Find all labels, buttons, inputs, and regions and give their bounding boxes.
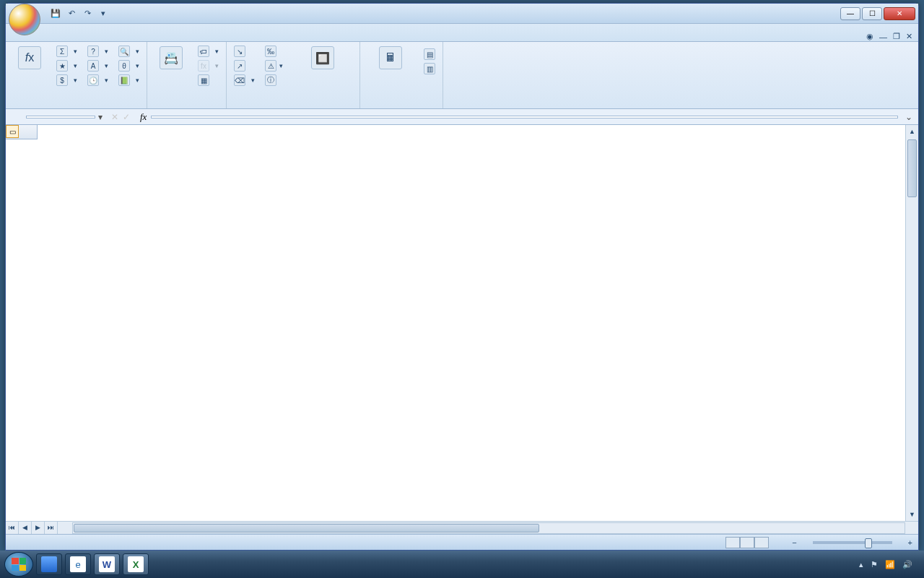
status-bar: − + [6, 534, 918, 550]
recent-button[interactable]: ★ [53, 59, 80, 72]
mdi-restore-icon[interactable]: ❐ [893, 32, 900, 41]
fx-small-icon: fx [198, 60, 209, 72]
formula-bar: ▾ ✕ ✓ fx ⌄ [6, 109, 918, 125]
fbar-expand-icon[interactable]: ⌄ [904, 112, 914, 122]
help-icon[interactable]: ◉ [866, 32, 873, 41]
namebox-dropdown-icon[interactable]: ▾ [95, 112, 105, 122]
eraser-icon: ⌫ [234, 74, 245, 86]
minimize-button[interactable]: — [840, 7, 860, 20]
task-libraries[interactable] [36, 553, 62, 575]
zoom-slider[interactable] [813, 541, 892, 544]
sigma-icon: Σ [56, 46, 68, 57]
horizontal-scrollbar[interactable] [72, 522, 905, 534]
name-manager-button[interactable]: 📇 [152, 43, 191, 71]
office-button[interactable] [9, 4, 40, 35]
ribbon-tabs: ◉ — ❐ ✕ [6, 24, 918, 41]
group-label [231, 105, 355, 108]
date-button[interactable]: 🕒 [84, 74, 111, 87]
ribbon: fx Σ ★ $ ? A 🕒 🔍 θ 📗 [6, 41, 918, 109]
more-fn-button[interactable]: 📗 [116, 74, 142, 87]
zoom-in-icon[interactable]: + [908, 538, 912, 547]
text-icon: A [87, 60, 99, 72]
arrow-out-icon: ↗ [234, 60, 245, 72]
theta-icon: θ [118, 60, 130, 72]
scroll-up-icon[interactable]: ▲ [906, 125, 918, 138]
cancel-icon[interactable]: ✕ [111, 112, 118, 122]
insert-function-button[interactable]: fx [10, 43, 49, 71]
book-icon: 📗 [118, 74, 130, 86]
system-tray: ▴ ⚑ 📶 🔊 [852, 560, 920, 569]
arrow-in-icon: ↘ [234, 46, 245, 57]
prev-sheet-icon[interactable]: ◀ [19, 522, 32, 534]
autosum-button[interactable]: Σ [53, 45, 80, 58]
evaluate-button[interactable]: ⓘ [262, 74, 286, 87]
text-button[interactable]: A [84, 59, 111, 72]
tray-flag-icon[interactable]: ⚑ [871, 560, 878, 569]
manager-icon: 📇 [160, 46, 183, 69]
task-word[interactable]: W [94, 553, 120, 575]
close-button[interactable]: ✕ [884, 7, 915, 20]
calc-icon: 🖩 [379, 46, 402, 69]
next-sheet-icon[interactable]: ▶ [32, 522, 45, 534]
task-ie[interactable]: e [65, 553, 91, 575]
use-in-formula-button: fx [195, 59, 222, 72]
logical-button[interactable]: ? [84, 45, 111, 58]
task-excel[interactable]: X [123, 553, 149, 575]
tray-network-icon[interactable]: 📶 [885, 560, 895, 569]
calc-options-button[interactable]: 🖩 [365, 43, 417, 71]
remove-arrows-button[interactable]: ⌫ [231, 74, 258, 87]
tray-volume-icon[interactable]: 🔊 [902, 560, 912, 569]
trace-precedents-button[interactable]: ↘ [231, 45, 258, 58]
name-box[interactable] [26, 116, 95, 118]
watch-window-button[interactable]: 🔲 [290, 43, 355, 71]
formula-input[interactable] [151, 116, 898, 118]
create-from-sel-button[interactable]: ▦ [195, 74, 222, 87]
autofill-options-icon[interactable]: ▭ [6, 125, 19, 138]
watch-icon: 🔲 [311, 46, 334, 69]
define-name-button[interactable]: 🏷 [195, 45, 222, 58]
enter-icon[interactable]: ✓ [123, 112, 130, 122]
qat-dropdown-icon[interactable]: ▾ [97, 7, 110, 20]
fx-label[interactable]: fx [136, 111, 151, 123]
question-icon: ? [87, 46, 99, 57]
undo-icon[interactable]: ↶ [65, 7, 78, 20]
eval-icon: ⓘ [265, 74, 276, 86]
calc-sheet-button[interactable]: ▥ [421, 62, 438, 75]
maximize-button[interactable]: ☐ [862, 7, 882, 20]
last-sheet-icon[interactable]: ⏭ [45, 522, 58, 534]
formula-icon: ‰ [265, 46, 276, 57]
tag-icon: 🏷 [198, 46, 209, 57]
start-button[interactable] [4, 552, 33, 577]
scroll-down-icon[interactable]: ▼ [906, 508, 918, 521]
grid-icon: ▦ [198, 74, 209, 86]
lookup-icon: 🔍 [118, 46, 130, 57]
calc-now-button[interactable]: ▤ [421, 48, 438, 61]
error-check-button[interactable]: ⚠ [262, 59, 286, 72]
quick-access-toolbar: 💾 ↶ ↷ ▾ [49, 7, 110, 20]
trace-dependents-button[interactable]: ↗ [231, 59, 258, 72]
vertical-scrollbar[interactable]: ▲ ▼ [905, 125, 918, 521]
worksheet-grid[interactable]: ▭ ▲ ▼ [6, 125, 918, 521]
math-button[interactable]: θ [116, 59, 142, 72]
view-buttons[interactable] [725, 537, 769, 548]
calc-sheet-icon: ▥ [424, 63, 435, 74]
financial-button[interactable]: $ [53, 74, 80, 87]
group-label [152, 105, 222, 108]
mdi-close-icon[interactable]: ✕ [906, 32, 912, 41]
calc-now-icon: ▤ [424, 48, 435, 60]
first-sheet-icon[interactable]: ⏮ [6, 522, 19, 534]
mdi-min-icon[interactable]: — [879, 33, 887, 41]
money-icon: $ [56, 74, 68, 86]
hscroll-thumb[interactable] [74, 524, 539, 532]
lookup-button[interactable]: 🔍 [116, 45, 142, 58]
taskbar: e W X ▴ ⚑ 📶 🔊 [0, 551, 924, 578]
clock-icon: 🕒 [87, 74, 99, 86]
star-icon: ★ [56, 60, 68, 72]
tray-up-icon[interactable]: ▴ [859, 560, 863, 569]
redo-icon[interactable]: ↷ [81, 7, 94, 20]
sheet-tab-bar: ⏮ ◀ ▶ ⏭ [6, 521, 918, 534]
show-formulas-button[interactable]: ‰ [262, 45, 286, 58]
scroll-thumb[interactable] [907, 139, 917, 197]
save-icon[interactable]: 💾 [49, 7, 62, 20]
zoom-out-icon[interactable]: − [792, 538, 796, 547]
